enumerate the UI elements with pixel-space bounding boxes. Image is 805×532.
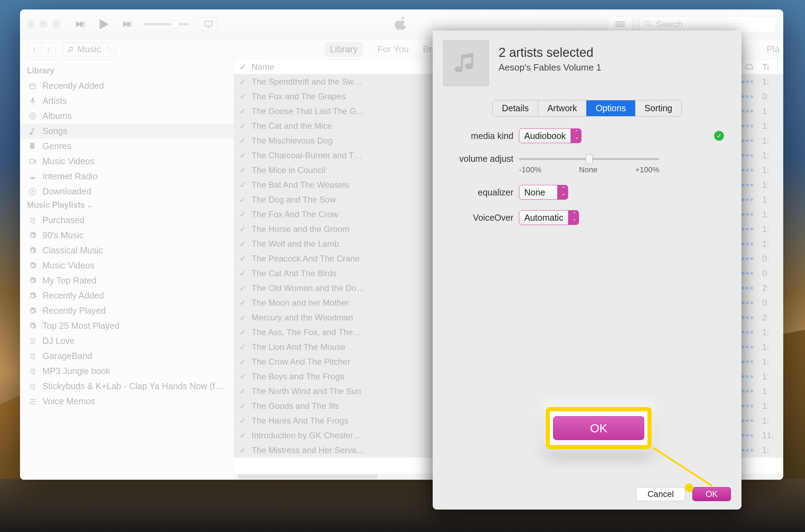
column-time[interactable]: Ti (762, 62, 783, 72)
more-icon[interactable]: ••• (741, 341, 762, 353)
download-icon (28, 187, 38, 197)
playlist-item[interactable]: MP3 Jungle book (20, 364, 234, 379)
airplay-button[interactable] (200, 17, 217, 31)
more-icon[interactable]: ••• (741, 194, 762, 206)
playlist-item[interactable]: DJ Love (20, 333, 234, 348)
check-icon: ✓ (234, 106, 252, 116)
more-icon[interactable]: ••• (741, 91, 762, 102)
more-icon[interactable]: ••• (741, 400, 762, 412)
more-icon[interactable]: ••• (741, 430, 762, 441)
chevron-down-icon[interactable]: ⌄ (87, 201, 92, 209)
gear-icon (28, 261, 38, 271)
sidebar-item-label: Voice Memos (42, 396, 95, 406)
playlist-item[interactable]: Music Videos (20, 258, 234, 273)
ok-button[interactable]: OK (692, 487, 731, 501)
playlist-item[interactable]: Top 25 Most Played (20, 318, 234, 333)
more-icon[interactable]: ••• (741, 208, 762, 220)
track-time: 0: (762, 268, 783, 278)
playlist-item[interactable]: My Top Rated (20, 273, 234, 288)
check-icon: ✓ (234, 431, 252, 440)
ok-button-callout[interactable]: OK (553, 416, 644, 440)
up-next-button[interactable] (608, 16, 632, 32)
sidebar-item-label: 90's Music (42, 230, 84, 240)
video-icon (28, 157, 38, 166)
more-icon[interactable]: ••• (741, 371, 762, 383)
check-icon: ✓ (234, 313, 252, 322)
back-forward[interactable]: ‹› (27, 42, 56, 56)
more-icon[interactable]: ••• (741, 282, 762, 294)
sidebar-item-recently-added[interactable]: Recently Added (20, 78, 234, 93)
close-icon[interactable] (27, 20, 35, 28)
play-icon[interactable] (96, 16, 111, 32)
check-icon: ✓ (234, 386, 252, 396)
prev-track-icon[interactable] (74, 18, 86, 30)
sidebar-item-genres[interactable]: Genres (20, 139, 234, 154)
more-icon[interactable]: ••• (741, 326, 762, 338)
gear-icon (28, 291, 38, 301)
minimize-icon[interactable] (40, 20, 47, 28)
more-icon[interactable]: ••• (741, 105, 762, 117)
more-icon[interactable]: ••• (741, 267, 762, 279)
list-icon (28, 366, 38, 376)
select-voiceover[interactable]: Automatic (519, 210, 579, 225)
svg-rect-1 (615, 21, 625, 22)
playlist-item[interactable]: GarageBand (20, 348, 234, 364)
forward-icon[interactable]: › (41, 43, 55, 56)
more-icon[interactable]: ••• (741, 415, 762, 427)
search-input[interactable]: Search (639, 16, 776, 32)
album-icon (28, 111, 38, 121)
select-equalizer[interactable]: None (519, 185, 568, 200)
more-icon[interactable]: ••• (741, 356, 762, 368)
playlist-item[interactable]: Voice Memos (20, 394, 234, 409)
more-icon[interactable]: ••• (741, 223, 762, 235)
sidebar-item-music-videos[interactable]: Music Videos (20, 154, 234, 169)
track-time: 1: (762, 386, 783, 396)
playlist-item[interactable]: Recently Played (20, 303, 234, 318)
tab-options[interactable]: Options (586, 100, 635, 116)
media-selector[interactable]: Music (63, 42, 115, 56)
more-icon[interactable]: ••• (741, 238, 762, 250)
more-icon[interactable]: ••• (741, 297, 762, 309)
more-icon[interactable]: ••• (741, 149, 762, 161)
tab-sorting[interactable]: Sorting (636, 100, 681, 116)
column-check-icon[interactable]: ✓ (234, 62, 252, 72)
playlist-item[interactable]: Classical Music (20, 243, 234, 258)
more-icon[interactable]: ••• (741, 164, 762, 176)
tab-artwork[interactable]: Artwork (538, 100, 587, 116)
window-controls[interactable] (27, 20, 60, 28)
gear-icon (28, 306, 38, 316)
playlist-item[interactable]: 90's Music (20, 228, 234, 243)
more-icon[interactable]: ••• (741, 385, 762, 397)
check-icon: ✓ (234, 210, 252, 219)
tab-library[interactable]: Library (324, 42, 363, 57)
sidebar-item-label: Artists (42, 96, 67, 106)
sidebar-item-downloaded[interactable]: Downloaded (20, 184, 234, 199)
playlist-item[interactable]: Recently Added (20, 288, 234, 303)
more-icon[interactable]: ••• (741, 444, 762, 456)
tab-details[interactable]: Details (493, 100, 538, 116)
sidebar-item-internet-radio[interactable]: Internet Radio (20, 169, 234, 184)
more-icon[interactable]: ••• (741, 135, 762, 147)
track-time: 1: (762, 121, 783, 131)
next-track-icon[interactable] (121, 18, 133, 30)
back-icon[interactable]: ‹ (27, 43, 41, 56)
playlist-item[interactable]: Stickybuds & K+Lab - Clap Ya Hands Now (… (20, 379, 234, 394)
volume-slider[interactable] (144, 23, 189, 25)
more-icon[interactable]: ••• (741, 120, 762, 132)
more-icon[interactable]: ••• (741, 312, 762, 324)
playlists-label-trunc: Pla (766, 44, 780, 55)
track-time: 1: (762, 210, 783, 219)
volume-adjust-slider[interactable] (519, 158, 659, 160)
cancel-button[interactable]: Cancel (636, 487, 685, 501)
more-icon[interactable]: ••• (741, 179, 762, 191)
sidebar-item-albums[interactable]: Albums (20, 108, 234, 124)
sidebar-item-artists[interactable]: Artists (20, 93, 234, 108)
zoom-icon[interactable] (52, 20, 60, 28)
playlist-item[interactable]: Purchased (20, 213, 234, 228)
select-media-kind[interactable]: Audiobook (519, 128, 581, 143)
more-icon[interactable]: ••• (741, 253, 762, 265)
sidebar-item-songs[interactable]: Songs (20, 124, 234, 139)
dialog-subtitle: Aesop's Fables Volume 1 (499, 62, 601, 73)
tab-for-you[interactable]: For You (377, 44, 409, 55)
more-icon[interactable]: ••• (741, 76, 762, 88)
